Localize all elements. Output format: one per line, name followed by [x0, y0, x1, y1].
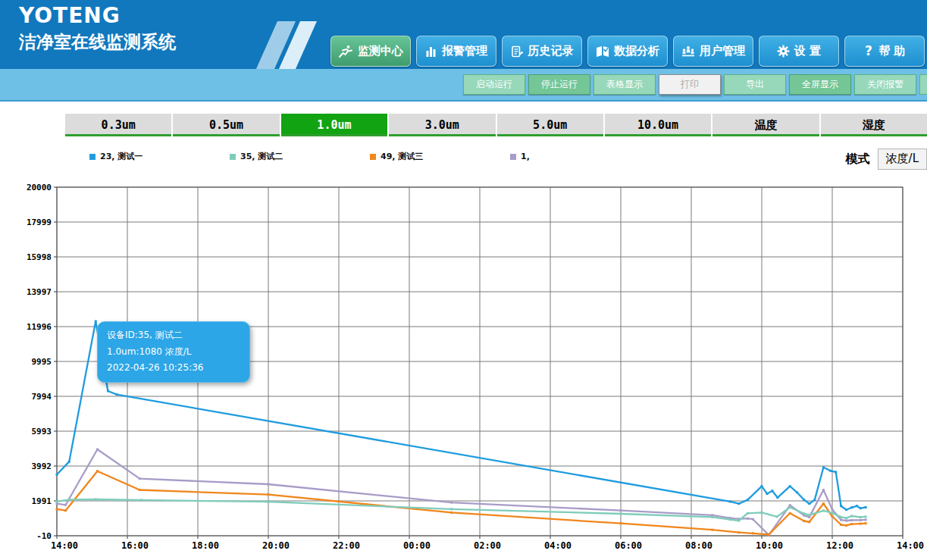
toolbar-button-export[interactable]: 导出 [724, 74, 786, 95]
gear-icon [777, 45, 790, 58]
tab-0-3um[interactable]: 0.3um [65, 114, 171, 136]
toolbar-button-stop-run[interactable]: 停止运行 [528, 74, 590, 95]
svg-text:12:00: 12:00 [826, 540, 853, 551]
legend-label: 1, [521, 152, 530, 161]
tab-1-0um[interactable]: 1.0um [281, 114, 387, 136]
svg-text:1991: 1991 [32, 496, 52, 506]
toolbar-button-partial[interactable] [919, 74, 927, 95]
tab-5-0um[interactable]: 5.0um [497, 114, 603, 136]
toolbar: 启动运行停止运行表格显示打印导出全屏显示关闭报警 [0, 69, 927, 102]
users-icon [681, 45, 695, 58]
svg-text:16:00: 16:00 [121, 540, 149, 551]
svg-text:5993: 5993 [32, 427, 52, 436]
document-icon [511, 45, 524, 58]
tab-10-0um[interactable]: 10.0um [605, 114, 711, 136]
brand-subtitle: 洁净室在线监测系统 [19, 30, 176, 54]
svg-text:9995: 9995 [32, 357, 52, 367]
svg-text:10:00: 10:00 [756, 540, 783, 551]
nav-label: 报警管理 [442, 44, 487, 58]
nav-label: 用户管理 [700, 44, 745, 58]
svg-text:?: ? [865, 45, 872, 58]
legend-swatch [89, 154, 96, 160]
legend-swatch [370, 154, 376, 160]
svg-text:14:00: 14:00 [897, 540, 924, 551]
svg-text:14:00: 14:00 [51, 540, 78, 551]
svg-text:17999: 17999 [27, 217, 52, 227]
toolbar-button-close-alarm[interactable]: 关闭报警 [854, 74, 916, 95]
particle-tabs: 0.3um0.5um1.0um3.0um5.0um10.0um温度湿度 [65, 114, 927, 136]
toolbar-button-start-run[interactable]: 启动运行 [463, 74, 525, 95]
legend-item-0: 23, 测试一 [89, 151, 230, 162]
mode-control: 模式 浓度/L [846, 149, 927, 170]
brand: YOTENG 洁净室在线监测系统 [19, 3, 176, 54]
legend-swatch [230, 154, 236, 160]
mode-select[interactable]: 浓度/L [878, 149, 927, 170]
svg-text:11996: 11996 [27, 322, 52, 332]
tooltip-device: 设备ID:35, 测试二 [107, 327, 240, 344]
tab-temperature[interactable]: 温度 [712, 114, 819, 136]
legend-item-2: 49, 测试三 [370, 151, 510, 162]
legend-item-1: 35, 测试二 [230, 151, 370, 162]
nav-button-user-manage[interactable]: 用户管理 [673, 36, 753, 67]
nav-label: 数据分析 [614, 44, 659, 58]
nav-label: 帮 助 [878, 44, 905, 58]
question-icon: ? [863, 45, 874, 58]
legend-label: 35, 测试二 [240, 151, 283, 162]
toolbar-button-fullscreen[interactable]: 全屏显示 [789, 74, 851, 95]
header: YOTENG 洁净室在线监测系统 监测中心报警管理历史记录数据分析用户管理设 置… [0, 0, 927, 69]
svg-text:18:00: 18:00 [192, 540, 219, 551]
nav-button-monitor-center[interactable]: 监测中心 [330, 36, 411, 67]
svg-text:-10: -10 [36, 531, 52, 541]
mode-label: 模式 [846, 152, 870, 167]
nav-button-data-analysis[interactable]: 数据分析 [587, 36, 668, 67]
nav-button-history-record[interactable]: 历史记录 [502, 36, 582, 67]
svg-text:08:00: 08:00 [685, 540, 712, 551]
legend-label: 49, 测试三 [381, 151, 423, 162]
legend-swatch [510, 154, 516, 160]
svg-text:22:00: 22:00 [333, 540, 360, 551]
nav-label: 设 置 [794, 44, 821, 58]
app: { "header": { "brand": "YOTENG", "subtit… [0, 0, 927, 560]
nav-label: 监测中心 [358, 44, 403, 58]
svg-text:02:00: 02:00 [474, 540, 501, 551]
nav-button-settings[interactable]: 设 置 [759, 36, 839, 67]
legend-label: 23, 测试一 [100, 151, 142, 162]
svg-text:20000: 20000 [27, 183, 52, 192]
svg-text:13997: 13997 [27, 287, 52, 297]
svg-text:00:00: 00:00 [403, 540, 431, 551]
runner-icon [338, 45, 353, 58]
tab-humidity[interactable]: 湿度 [821, 114, 927, 136]
tooltip-value: 1.0um:1080 浓度/L [107, 344, 240, 361]
legend-item-3: 1, [510, 151, 650, 162]
tab-3-0um[interactable]: 3.0um [389, 114, 495, 136]
svg-text:15998: 15998 [27, 252, 52, 262]
barchart-icon [425, 45, 437, 58]
svg-text:04:00: 04:00 [544, 540, 572, 551]
tooltip-time: 2022-04-26 10:25:36 [107, 360, 240, 377]
nav-button-alarm-manage[interactable]: 报警管理 [416, 36, 496, 67]
book-icon [596, 45, 609, 58]
svg-text:20:00: 20:00 [262, 540, 290, 551]
toolbar-button-print[interactable]: 打印 [659, 74, 721, 95]
nav-label: 历史记录 [528, 44, 574, 58]
svg-text:7994: 7994 [32, 392, 52, 402]
brand-name: YOTENG [19, 3, 176, 28]
nav-button-help[interactable]: ?帮 助 [844, 36, 925, 67]
chart-legend: 23, 测试一35, 测试二49, 测试三1, [89, 151, 650, 162]
chart-tooltip: 设备ID:35, 测试二 1.0um:1080 浓度/L 2022-04-26 … [97, 321, 250, 383]
main-nav: 监测中心报警管理历史记录数据分析用户管理设 置?帮 助 [330, 36, 925, 67]
svg-text:06:00: 06:00 [615, 540, 642, 551]
toolbar-button-table-view[interactable]: 表格显示 [593, 74, 656, 95]
svg-text:3992: 3992 [32, 461, 52, 471]
legend-row: 23, 测试一35, 测试二49, 测试三1, 模式 浓度/L [0, 149, 927, 173]
tab-0-5um[interactable]: 0.5um [173, 114, 279, 136]
